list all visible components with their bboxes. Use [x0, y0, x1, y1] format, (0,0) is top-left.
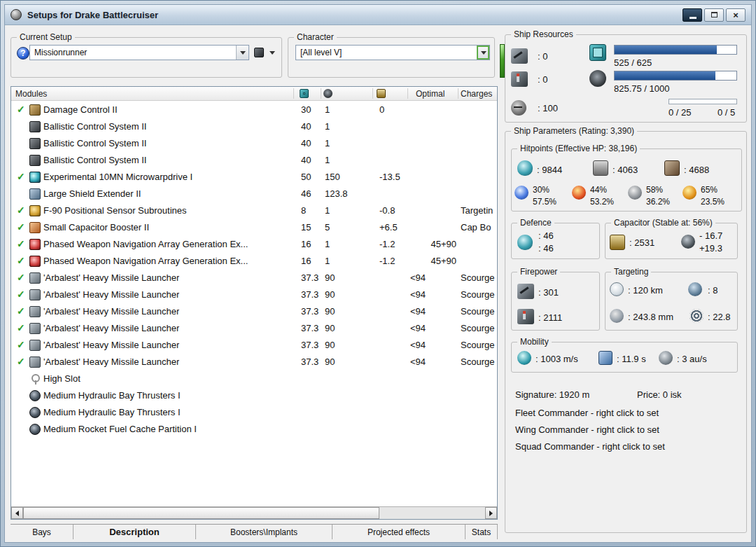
module-row[interactable]: High Slot: [11, 371, 497, 387]
modules-column-header[interactable]: Modules: [15, 89, 47, 99]
modules-table-header[interactable]: Modules Optimal Charges: [11, 87, 497, 101]
maximize-icon: [711, 12, 718, 18]
module-cpu: 16: [301, 239, 311, 249]
module-row[interactable]: ✓ Damage Control II 30 1 0: [11, 102, 497, 118]
missile-launcher-icon: [29, 356, 41, 368]
module-row[interactable]: ✓ Small Capacitor Booster II 15 5 +6.5 C…: [11, 219, 497, 236]
scrollbar-thumb[interactable]: [23, 507, 379, 519]
explosive-resistance-icon: [682, 186, 696, 200]
module-name: 'Arbalest' Heavy Missile Launcher: [43, 272, 179, 283]
module-optimal: <94: [410, 323, 456, 333]
maximize-button[interactable]: [704, 8, 724, 22]
module-row[interactable]: ✓ 'Arbalest' Heavy Missile Launcher 37.3…: [11, 286, 497, 303]
ship-parameters-label: Ship Parameters (Rating: 3,390): [511, 126, 637, 136]
module-cpu: 40: [301, 138, 311, 148]
app-icon: [10, 9, 22, 20]
module-row[interactable]: ✓ 'Arbalest' Heavy Missile Launcher 37.3…: [11, 354, 497, 371]
module-row[interactable]: Ballistic Control System II 40 1: [11, 118, 497, 135]
module-row[interactable]: Medium Rocket Fuel Cache Partition I: [11, 421, 497, 438]
firepower-label: Firepower: [517, 267, 560, 277]
module-powergrid: 1: [325, 239, 330, 249]
tab-boosters-implants[interactable]: Boosters\Implants: [196, 525, 332, 539]
module-row[interactable]: Ballistic Control System II 40 1: [11, 152, 497, 169]
horizontal-scrollbar[interactable]: [11, 506, 497, 519]
charges-column-header[interactable]: Charges: [461, 89, 492, 99]
module-cpu: 37.3: [301, 306, 318, 317]
module-name: 'Arbalest' Heavy Missile Launcher: [43, 306, 179, 317]
column-separator: [458, 88, 458, 99]
em-resistance-icon: [514, 186, 528, 200]
resource-gauge: [500, 44, 505, 78]
module-cap: -1.2: [379, 239, 395, 249]
wing-commander-text[interactable]: Wing Commander - right click to set: [515, 424, 659, 435]
module-optimal: <94: [410, 340, 456, 350]
module-name: 'Arbalest' Heavy Missile Launcher: [43, 323, 179, 333]
fleet-commander-text[interactable]: Fleet Commander - right click to set: [515, 408, 659, 418]
cpu-column-icon[interactable]: [300, 89, 309, 98]
ballistic-control-icon: [29, 138, 41, 149]
module-row[interactable]: Medium Hydraulic Bay Thrusters I: [11, 404, 497, 421]
module-name: Large Shield Extender II: [43, 188, 141, 199]
character-combo-arrow-icon[interactable]: [477, 46, 489, 60]
module-charges: Scourge: [461, 323, 497, 333]
hull-hp-icon: [664, 160, 680, 176]
module-row[interactable]: Ballistic Control System II 40 1: [11, 135, 497, 152]
max-targets-value: : 8: [708, 285, 718, 296]
minimize-button[interactable]: [682, 8, 702, 22]
module-active-check: ✓: [17, 305, 25, 317]
shield-resist-value: 58%: [646, 185, 663, 195]
dps-value: : 301: [538, 287, 559, 298]
module-row[interactable]: ✓ 'Arbalest' Heavy Missile Launcher 37.3…: [11, 270, 497, 286]
scroll-left-button[interactable]: [11, 507, 23, 519]
help-icon[interactable]: ?: [17, 47, 29, 60]
setup-combo-arrow-icon[interactable]: [236, 46, 248, 60]
tab-description[interactable]: Description: [74, 525, 196, 539]
powergrid-bar: [614, 71, 737, 81]
missile-launcher-icon: [29, 289, 41, 300]
current-setup-group: Current Setup ? Missionrunner: [10, 37, 282, 78]
scan-resolution-icon: [610, 309, 624, 323]
defence-shield-icon: [517, 235, 533, 250]
close-button[interactable]: ×: [726, 8, 746, 22]
setup-combobox[interactable]: Missionrunner: [29, 45, 249, 60]
sensor-strength-icon: [690, 309, 704, 323]
module-row[interactable]: ✓ 'Arbalest' Heavy Missile Launcher 37.3…: [11, 320, 497, 337]
module-active-check: ✓: [17, 356, 25, 367]
resistance-cell: 30% 57.5%: [514, 184, 570, 211]
title-bar[interactable]: Setups for Drake Battlecruiser ×: [5, 5, 751, 25]
powergrid-column-icon[interactable]: [323, 89, 332, 98]
module-row[interactable]: ✓ 'Arbalest' Heavy Missile Launcher 37.3…: [11, 337, 497, 354]
module-row[interactable]: Large Shield Extender II 46 123.8: [11, 186, 497, 202]
price-text: Price: 0 isk: [637, 389, 682, 400]
max-targets-icon: [688, 282, 702, 296]
target-painter-icon: [29, 239, 41, 250]
optimal-column-header[interactable]: Optimal: [416, 89, 444, 99]
module-row[interactable]: ✓ F-90 Positional Sensor Subroutines 8 1…: [11, 202, 497, 219]
squad-commander-text[interactable]: Squad Commander - right click to set: [515, 441, 665, 452]
resistance-cell: 44% 53.2%: [572, 184, 628, 211]
tab-bays[interactable]: Bays: [10, 525, 74, 539]
module-row[interactable]: ✓ Phased Weapon Navigation Array Generat…: [11, 236, 497, 253]
modules-table: Modules Optimal Charges ✓ Damage Control…: [10, 86, 498, 520]
module-row[interactable]: ✓ Phased Weapon Navigation Array Generat…: [11, 253, 497, 270]
module-row[interactable]: ✓ 'Arbalest' Heavy Missile Launcher 37.3…: [11, 303, 497, 320]
module-row[interactable]: Medium Hydraulic Bay Thrusters I: [11, 387, 497, 404]
module-name: 'Arbalest' Heavy Missile Launcher: [43, 340, 179, 350]
tab-projected-effects[interactable]: Projected effects: [332, 525, 465, 539]
modules-list: ✓ Damage Control II 30 1 0 Ballistic Con…: [11, 102, 497, 506]
ship-parameters-group: Ship Parameters (Rating: 3,390) Hitpoint…: [505, 131, 747, 533]
tab-stats[interactable]: Stats: [465, 525, 498, 539]
setup-menu-caret-icon[interactable]: [270, 51, 275, 55]
capacitor-column-icon[interactable]: [377, 89, 386, 98]
module-active-check: ✓: [17, 221, 25, 233]
setup-tools-icon[interactable]: [254, 48, 264, 57]
character-label: Character: [294, 32, 337, 42]
mobility-label: Mobility: [517, 337, 552, 347]
module-row[interactable]: ✓ Experimental 10MN Microwarpdrive I 50 …: [11, 169, 497, 186]
module-name: Experimental 10MN Microwarpdrive I: [43, 172, 192, 182]
character-combobox[interactable]: [All level V]: [295, 45, 490, 60]
scroll-right-button[interactable]: [485, 507, 497, 519]
column-separator: [372, 88, 373, 99]
module-active-check: ✓: [17, 205, 25, 216]
module-cpu: 37.3: [301, 323, 318, 333]
